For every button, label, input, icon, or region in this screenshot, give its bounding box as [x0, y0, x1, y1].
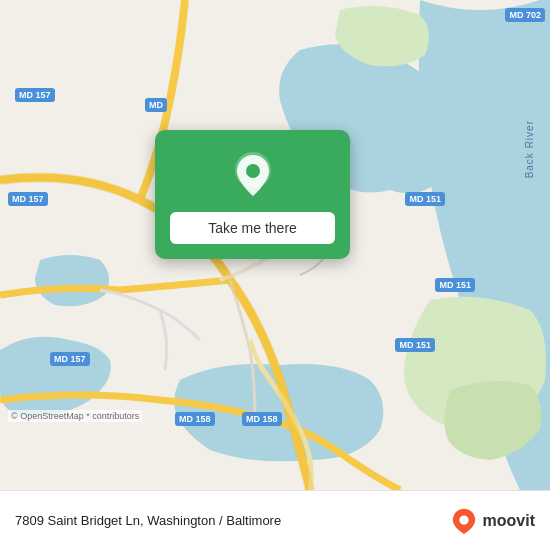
svg-point-3	[459, 515, 468, 524]
road-shield-md702: MD 702	[505, 8, 545, 22]
moovit-label: moovit	[483, 512, 535, 530]
address-container: 7809 Saint Bridget Ln, Washington / Balt…	[15, 513, 281, 528]
copyright-text: © OpenStreetMap * contributors	[8, 410, 142, 422]
road-shield-md157-3: MD 157	[50, 352, 90, 366]
road-shield-md157-1: MD 157	[15, 88, 55, 102]
road-shield-md158-2: MD 158	[242, 412, 282, 426]
river-label: Back River	[524, 120, 535, 178]
take-me-there-button[interactable]: Take me there	[170, 212, 335, 244]
location-pin-icon	[228, 150, 278, 200]
moovit-pin-icon	[450, 507, 478, 535]
road-shield-md151-3: MD 151	[395, 338, 435, 352]
road-shield-md151-1: MD 151	[405, 192, 445, 206]
moovit-logo: moovit	[450, 507, 535, 535]
road-shield-md-center: MD	[145, 98, 167, 112]
road-shield-md151-2: MD 151	[435, 278, 475, 292]
info-bar: 7809 Saint Bridget Ln, Washington / Balt…	[0, 490, 550, 550]
map-view: MD 702 MD 157 MD 157 MD 157 MD MD 151 MD…	[0, 0, 550, 490]
road-shield-md157-2: MD 157	[8, 192, 48, 206]
popup-card: Take me there	[155, 130, 350, 259]
svg-point-2	[246, 164, 260, 178]
road-shield-md158-1: MD 158	[175, 412, 215, 426]
address-text: 7809 Saint Bridget Ln, Washington / Balt…	[15, 513, 281, 528]
